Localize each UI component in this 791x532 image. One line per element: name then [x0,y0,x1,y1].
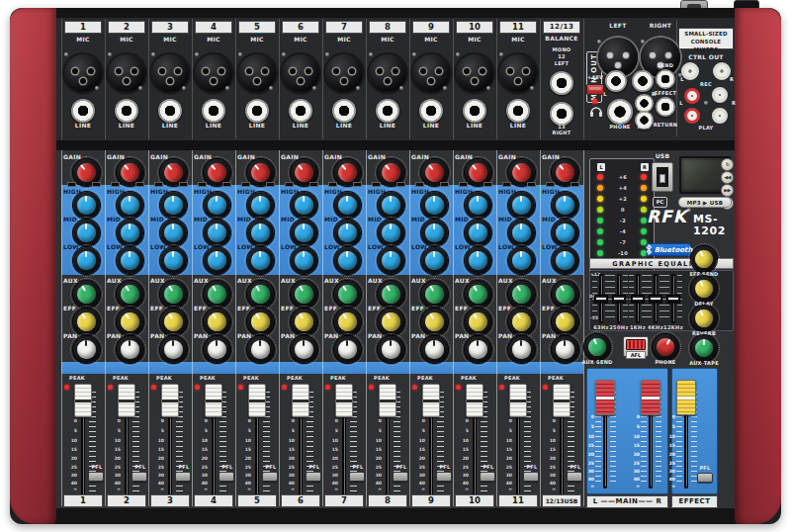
high-knob-strip7[interactable] [334,192,361,219]
effect-fader-cap[interactable] [676,380,696,415]
afl-button[interactable] [626,339,646,350]
pfl-button[interactable] [132,472,147,482]
channel-fader-cap[interactable] [466,384,483,417]
eff-knob-strip3[interactable] [160,309,187,335]
low-knob-strip9[interactable] [421,247,448,274]
mid-knob-strip10[interactable] [465,220,491,246]
aux-knob-strip10[interactable] [465,281,491,308]
pan-knob-strip1[interactable] [73,336,100,363]
aux-knob-strip12[interactable] [552,281,578,308]
eff-knob-strip5[interactable] [247,309,274,335]
high-knob-strip8[interactable] [378,192,404,219]
geq-slider-handle[interactable] [594,295,608,303]
channel-fader-cap[interactable] [422,384,440,417]
mid-knob-strip4[interactable] [204,220,230,246]
mid-knob-strip2[interactable] [117,220,143,246]
mid-knob-strip8[interactable] [378,220,404,246]
aux-knob-strip9[interactable] [421,281,448,308]
channel-fader-cap[interactable] [553,384,571,417]
channel-fader-cap[interactable] [205,384,222,417]
mid-knob-strip6[interactable] [291,220,317,246]
geq-slider-handle[interactable] [631,295,645,303]
reverb-knob[interactable] [691,306,717,331]
aux-knob-strip11[interactable] [508,281,535,308]
aux-knob-strip2[interactable] [117,281,143,308]
channel-fader-cap[interactable] [509,384,527,417]
mid-knob-strip3[interactable] [160,220,187,246]
pan-knob-strip12[interactable] [552,336,578,363]
low-knob-strip10[interactable] [465,247,491,274]
pan-knob-strip11[interactable] [508,336,535,363]
high-knob-strip6[interactable] [291,192,317,219]
aux-knob-strip7[interactable] [334,281,361,308]
channel-fader-cap[interactable] [74,384,92,417]
aux-send-knob[interactable] [584,334,610,360]
mid-knob-strip11[interactable] [508,220,535,246]
channel-fader-cap[interactable] [335,384,353,417]
pan-knob-strip8[interactable] [378,336,404,363]
pan-knob-strip7[interactable] [334,336,361,363]
pfl-button[interactable] [175,472,191,482]
pfl-button[interactable] [393,472,408,482]
high-knob-strip4[interactable] [204,192,230,219]
geq-slider-handle[interactable] [666,295,680,303]
aux-knob-strip6[interactable] [291,281,317,308]
low-knob-strip4[interactable] [204,247,230,274]
eff-knob-strip6[interactable] [291,309,317,335]
eff-knob-strip2[interactable] [117,309,143,335]
eff-knob-strip4[interactable] [204,309,230,335]
pan-knob-strip3[interactable] [160,336,187,363]
low-knob-strip1[interactable] [73,247,100,274]
usb-port[interactable] [652,162,673,192]
low-knob-strip3[interactable] [160,247,187,274]
effect-pfl-button[interactable] [697,473,713,483]
high-knob-strip1[interactable] [73,192,100,219]
pfl-button[interactable] [306,472,321,482]
channel-fader-cap[interactable] [379,384,396,417]
mid-knob-strip7[interactable] [334,220,361,246]
high-knob-strip5[interactable] [247,192,274,219]
pfl-button[interactable] [219,472,234,482]
low-knob-strip11[interactable] [508,247,535,274]
pan-knob-strip10[interactable] [465,336,491,363]
channel-fader-cap[interactable] [118,384,135,417]
pan-knob-strip4[interactable] [204,336,230,363]
low-knob-strip8[interactable] [378,247,404,274]
repeat-icon-button[interactable]: ↻ [721,158,734,171]
mid-knob-strip5[interactable] [247,220,274,246]
aux-knob-strip4[interactable] [204,281,230,308]
main-fader-r-cap[interactable] [641,380,660,415]
pan-knob-strip5[interactable] [247,336,274,363]
delay-knob[interactable] [691,276,717,302]
eff-knob-strip9[interactable] [421,309,448,335]
next-icon-button[interactable]: ▶▶ [721,184,734,197]
high-knob-strip12[interactable] [552,192,578,219]
pfl-button[interactable] [436,472,452,482]
pan-knob-strip9[interactable] [421,336,448,363]
aux-knob-strip1[interactable] [73,281,100,308]
eff-knob-strip11[interactable] [508,309,535,335]
pfl-button[interactable] [523,472,539,482]
eff-knob-strip7[interactable] [334,309,361,335]
mid-knob-strip12[interactable] [552,220,578,246]
prev-icon-button[interactable]: ◀◀ [721,171,734,184]
low-knob-strip7[interactable] [334,247,361,274]
pfl-button[interactable] [349,472,365,482]
eff-knob-strip12[interactable] [552,309,578,335]
pfl-button[interactable] [480,472,495,482]
mid-knob-strip9[interactable] [421,220,448,246]
low-knob-strip6[interactable] [291,247,317,274]
channel-fader-cap[interactable] [292,384,309,417]
geq-slider-handle[interactable] [612,295,626,303]
eff-knob-strip1[interactable] [73,309,100,335]
high-knob-strip11[interactable] [508,192,535,219]
high-knob-strip2[interactable] [117,192,143,219]
high-knob-strip3[interactable] [160,192,187,219]
low-knob-strip2[interactable] [117,247,143,274]
aux-knob-strip8[interactable] [378,281,404,308]
channel-fader-cap[interactable] [161,384,179,417]
low-knob-strip12[interactable] [552,247,578,274]
main-fader-l-cap[interactable] [595,380,615,415]
pfl-button[interactable] [262,472,278,482]
phone-level-knob[interactable] [653,334,678,360]
